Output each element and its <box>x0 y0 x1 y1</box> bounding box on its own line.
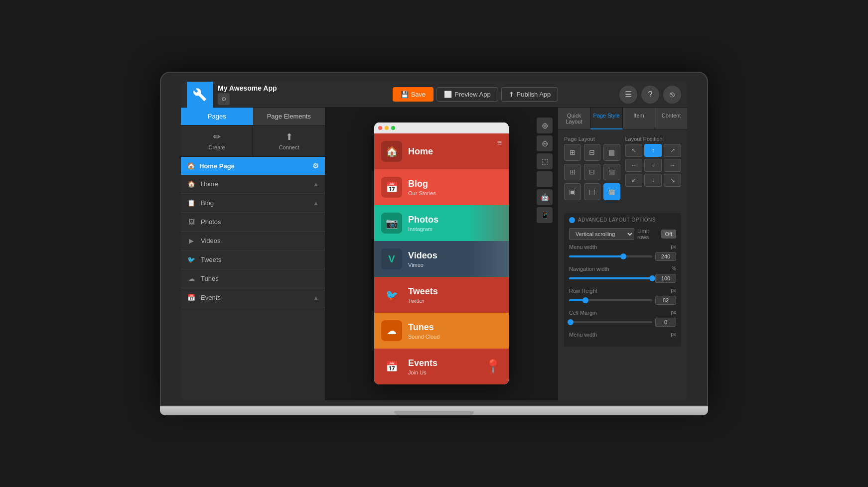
phone-photos-row[interactable]: 📷 Photos Instagram <box>374 205 509 241</box>
connect-button[interactable]: ⬆ Connect <box>253 125 325 156</box>
sidebar-actions: ✏ Create ⬆ Connect <box>181 125 325 157</box>
tab-page-style[interactable]: Page Style <box>590 108 623 129</box>
list-item[interactable]: 🏠 Home ▲ <box>181 175 325 194</box>
nav-width-label-row: Navigation width % <box>569 266 676 272</box>
app-settings-button[interactable]: ⚙ <box>218 93 230 105</box>
tab-page-elements[interactable]: Page Elements <box>253 108 325 125</box>
layout-grid: ⊞ ⊟ ▤ ⊞ ⊟ ▦ ▣ ▤ ▦ <box>564 144 620 200</box>
phone-tweets-row[interactable]: 🐦 Tweets Twitter <box>374 277 509 313</box>
save-button[interactable]: 💾 Save <box>393 87 434 102</box>
pos-bottom-left[interactable]: ↙ <box>625 174 643 187</box>
home-icon: 🏠 <box>187 180 196 188</box>
zoom-out-button[interactable]: ⊖ <box>537 135 553 151</box>
nav-width-value[interactable]: 100 <box>655 274 676 283</box>
layout-option-5[interactable]: ⊟ <box>584 164 601 181</box>
scroll-select[interactable]: Vertical scrolling Horizontal scrolling <box>569 228 634 240</box>
zoom-in-button[interactable]: ⊕ <box>537 118 553 133</box>
menu-width-thumb[interactable] <box>620 253 626 259</box>
nav-width-fill <box>569 277 652 279</box>
preview-label: Preview App <box>454 91 490 98</box>
layout-option-9[interactable]: ▦ <box>603 183 620 200</box>
layout-option-4[interactable]: ⊞ <box>564 164 581 181</box>
layout-option-6[interactable]: ▦ <box>603 164 620 181</box>
tab-item[interactable]: Item <box>623 108 655 129</box>
videos-menu-icon: V <box>381 248 402 269</box>
full-screen-button[interactable]: ⬚ <box>537 153 553 169</box>
pos-middle-right[interactable]: → <box>664 159 681 172</box>
pos-top-left[interactable]: ↖ <box>625 144 643 157</box>
cell-margin-fill <box>569 321 571 323</box>
pos-top-center[interactable]: ↑ <box>644 144 662 157</box>
phone-tunes-row[interactable]: ☁ Tunes Sound Cloud <box>374 313 509 349</box>
pos-middle-center[interactable]: + <box>644 159 662 172</box>
logout-button[interactable]: ⎋ <box>663 86 681 104</box>
main-content: Pages Page Elements ✏ Create ⬆ Connect <box>181 108 687 400</box>
page-settings-icon[interactable]: ⚙ <box>312 162 319 170</box>
app-name-section: My Awesome App ⚙ <box>218 84 277 105</box>
preview-button[interactable]: ⬜ Preview App <box>436 87 498 102</box>
layout-option-8[interactable]: ▤ <box>584 183 601 200</box>
pos-bottom-center[interactable]: ↓ <box>644 174 662 187</box>
pos-bottom-right[interactable]: ↘ <box>664 174 681 187</box>
device-apple-button[interactable] <box>537 171 553 187</box>
list-item[interactable]: 📋 Blog ▲ <box>181 194 325 213</box>
phone-events-row[interactable]: 📅 Events Join Us 📍 <box>374 349 509 384</box>
row-height-row: Row Height px 82 <box>569 288 676 305</box>
page-layout-section: Page Layout ⊞ ⊟ ▤ ⊞ ⊟ ▦ ▣ ▤ <box>564 136 620 207</box>
phone-home-row[interactable]: 🏠 Home ≡ <box>374 133 509 169</box>
screen: My Awesome App ⚙ 💾 Save ⬜ Preview App <box>181 82 687 400</box>
menu-width-fill <box>569 255 623 257</box>
tab-pages[interactable]: Pages <box>181 108 253 125</box>
list-item[interactable]: 🐦 Tweets <box>181 250 325 269</box>
nav-width-track[interactable] <box>569 277 652 279</box>
menu-icon-button[interactable]: ☰ <box>619 86 637 104</box>
tab-quick-layout[interactable]: Quick Layout <box>558 108 590 129</box>
row-height-thumb[interactable] <box>582 297 588 303</box>
device-phone-button[interactable]: 📱 <box>537 207 553 223</box>
connect-label: Connect <box>279 144 299 150</box>
events-icon: 📅 <box>187 294 196 301</box>
cell-margin-track[interactable] <box>569 321 652 323</box>
layout-option-2[interactable]: ⊟ <box>584 144 601 161</box>
create-icon: ✏ <box>213 131 221 142</box>
limit-rows-toggle[interactable]: Off <box>661 230 676 239</box>
device-android-button[interactable]: 🤖 <box>537 189 553 205</box>
cell-margin-thumb[interactable] <box>568 319 574 325</box>
menu-width-unit: px <box>671 244 676 249</box>
row-height-track[interactable] <box>569 299 652 301</box>
home-menu-text: Home <box>408 146 502 157</box>
publish-button[interactable]: ⬆ Publish App <box>501 87 559 102</box>
menu-width-label-row: Menu width px <box>569 244 676 250</box>
laptop-base <box>160 406 708 415</box>
pos-middle-left[interactable]: ← <box>625 159 643 172</box>
list-item[interactable]: 📅 Events ▲ <box>181 288 325 307</box>
toolbar-actions: 💾 Save ⬜ Preview App ⬆ Publish App <box>331 87 619 102</box>
layout-option-1[interactable]: ⊞ <box>564 144 581 161</box>
app-name: My Awesome App <box>218 84 277 92</box>
list-item[interactable]: 🖼 Photos <box>181 213 325 232</box>
tunes-menu-icon: ☁ <box>381 320 402 341</box>
menu-width2-label: Menu width <box>569 332 597 338</box>
cell-margin-value[interactable]: 0 <box>655 318 676 327</box>
app-logo <box>187 82 213 108</box>
help-button[interactable]: ? <box>641 86 659 104</box>
phone-blog-row[interactable]: 📅 Blog Our Stories <box>374 169 509 205</box>
menu-width-value[interactable]: 240 <box>655 252 676 261</box>
row-height-value[interactable]: 82 <box>655 296 676 305</box>
hamburger-icon: ☰ <box>625 90 632 99</box>
tab-content[interactable]: Content <box>655 108 687 129</box>
layout-option-7[interactable]: ▣ <box>564 183 581 200</box>
menu-width-track[interactable] <box>569 255 652 257</box>
create-button[interactable]: ✏ Create <box>181 125 253 156</box>
list-item[interactable]: ☁ Tunes <box>181 269 325 288</box>
menu-width2-label-row: Menu width px <box>569 332 676 338</box>
phone-videos-row[interactable]: V Videos Vimeo <box>374 241 509 277</box>
pos-top-right[interactable]: ↗ <box>664 144 681 157</box>
nav-width-unit: % <box>672 266 676 271</box>
nav-width-thumb[interactable] <box>649 275 655 281</box>
expand-icon: ▲ <box>313 294 319 301</box>
active-page-item[interactable]: 🏠 Home Page ⚙ <box>181 157 325 175</box>
nav-width-slider-group: 100 <box>569 274 676 283</box>
list-item[interactable]: ▶ Videos <box>181 232 325 250</box>
layout-option-3[interactable]: ▤ <box>603 144 620 161</box>
